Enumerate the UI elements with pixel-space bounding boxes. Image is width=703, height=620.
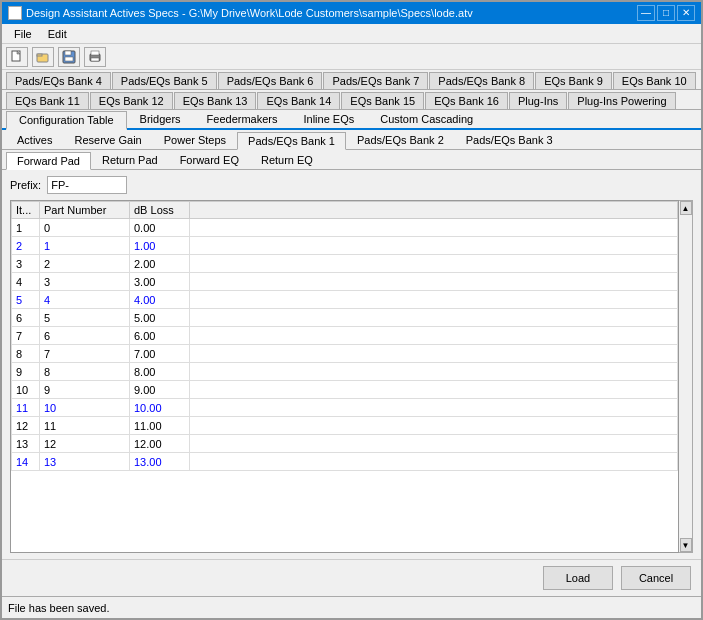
tab-eqs-bank-13[interactable]: EQs Bank 13: [174, 92, 257, 109]
table-row[interactable]: 544.00: [12, 291, 678, 309]
deepest-tab-forward-pad[interactable]: Forward Pad: [6, 152, 91, 170]
table-row[interactable]: 131212.00: [12, 435, 678, 453]
deepest-tab-return-pad[interactable]: Return Pad: [91, 151, 169, 169]
tab-pads-eqs-bank-7[interactable]: Pads/EQs Bank 7: [323, 72, 428, 89]
table-row[interactable]: 322.00: [12, 255, 678, 273]
close-button[interactable]: ✕: [677, 5, 695, 21]
col-header-rest: [190, 202, 678, 219]
table-row[interactable]: 141313.00: [12, 453, 678, 471]
cell-part: 13: [40, 453, 130, 471]
scroll-up-button[interactable]: ▲: [680, 201, 692, 215]
sub-tab-inline-eqs[interactable]: Inline EQs: [290, 110, 367, 128]
table-row[interactable]: 100.00: [12, 219, 678, 237]
inner-tab-pads-eqs-bank-3[interactable]: Pads/EQs Bank 3: [455, 131, 564, 149]
cell-part: 4: [40, 291, 130, 309]
tab-plug-ins[interactable]: Plug-Ins: [509, 92, 567, 109]
cell-part: 1: [40, 237, 130, 255]
menu-edit[interactable]: Edit: [40, 26, 75, 42]
tab-pads-eqs-bank-4[interactable]: Pads/EQs Bank 4: [6, 72, 111, 89]
bottom-bar: Load Cancel: [2, 559, 701, 596]
tab-eqs-bank-9[interactable]: EQs Bank 9: [535, 72, 612, 89]
cell-rest: [190, 273, 678, 291]
cell-db: 8.00: [130, 363, 190, 381]
table-row[interactable]: 211.00: [12, 237, 678, 255]
sub-tab-row: Configuration Table Bridgers Feedermaker…: [2, 110, 701, 130]
inner-tab-power-steps[interactable]: Power Steps: [153, 131, 237, 149]
svg-rect-8: [91, 51, 99, 55]
toolbar: [2, 44, 701, 70]
sub-tab-configuration-table[interactable]: Configuration Table: [6, 111, 127, 130]
cell-db: 10.00: [130, 399, 190, 417]
cell-part: 0: [40, 219, 130, 237]
table-row[interactable]: 121111.00: [12, 417, 678, 435]
table-scroll[interactable]: It... Part Number dB Loss 100.00211.0032…: [11, 201, 678, 552]
inner-tab-pads-eqs-bank-2[interactable]: Pads/EQs Bank 2: [346, 131, 455, 149]
tab-eqs-bank-14[interactable]: EQs Bank 14: [257, 92, 340, 109]
cell-rest: [190, 417, 678, 435]
deepest-tab-return-eq[interactable]: Return EQ: [250, 151, 324, 169]
load-button[interactable]: Load: [543, 566, 613, 590]
scroll-down-button[interactable]: ▼: [680, 538, 692, 552]
cell-idx: 14: [12, 453, 40, 471]
tab-eqs-bank-16[interactable]: EQs Bank 16: [425, 92, 508, 109]
scrollbar[interactable]: ▲ ▼: [679, 200, 693, 553]
prefix-input[interactable]: [47, 176, 127, 194]
cell-db: 3.00: [130, 273, 190, 291]
sub-tab-bridgers[interactable]: Bridgers: [127, 110, 194, 128]
cancel-button[interactable]: Cancel: [621, 566, 691, 590]
cell-part: 11: [40, 417, 130, 435]
cell-db: 12.00: [130, 435, 190, 453]
maximize-button[interactable]: □: [657, 5, 675, 21]
status-message: File has been saved.: [8, 602, 110, 614]
tab-pads-eqs-bank-6[interactable]: Pads/EQs Bank 6: [218, 72, 323, 89]
tab-eqs-bank-10[interactable]: EQs Bank 10: [613, 72, 696, 89]
minimize-button[interactable]: —: [637, 5, 655, 21]
table-row[interactable]: 877.00: [12, 345, 678, 363]
cell-idx: 5: [12, 291, 40, 309]
tab-eqs-bank-11[interactable]: EQs Bank 11: [6, 92, 89, 109]
cell-part: 8: [40, 363, 130, 381]
cell-part: 12: [40, 435, 130, 453]
table-row[interactable]: 655.00: [12, 309, 678, 327]
cell-idx: 3: [12, 255, 40, 273]
tab-eqs-bank-12[interactable]: EQs Bank 12: [90, 92, 173, 109]
cell-part: 9: [40, 381, 130, 399]
cell-idx: 4: [12, 273, 40, 291]
cell-rest: [190, 453, 678, 471]
new-button[interactable]: [6, 47, 28, 67]
table-row[interactable]: 433.00: [12, 273, 678, 291]
cell-idx: 2: [12, 237, 40, 255]
table-container: It... Part Number dB Loss 100.00211.0032…: [10, 200, 693, 553]
tab-pads-eqs-bank-8[interactable]: Pads/EQs Bank 8: [429, 72, 534, 89]
prefix-row: Prefix:: [10, 176, 693, 194]
cell-part: 5: [40, 309, 130, 327]
cell-db: 13.00: [130, 453, 190, 471]
table-row[interactable]: 766.00: [12, 327, 678, 345]
tab-pads-eqs-bank-5[interactable]: Pads/EQs Bank 5: [112, 72, 217, 89]
table-row[interactable]: 988.00: [12, 363, 678, 381]
inner-tab-pads-eqs-bank-1[interactable]: Pads/EQs Bank 1: [237, 132, 346, 150]
tab-plug-ins-powering[interactable]: Plug-Ins Powering: [568, 92, 675, 109]
cell-part: 10: [40, 399, 130, 417]
app-icon: [8, 6, 22, 20]
table-wrapper: It... Part Number dB Loss 100.00211.0032…: [10, 200, 679, 553]
cell-db: 2.00: [130, 255, 190, 273]
cell-db: 5.00: [130, 309, 190, 327]
open-button[interactable]: [32, 47, 54, 67]
deepest-tab-forward-eq[interactable]: Forward EQ: [169, 151, 250, 169]
inner-tab-reserve-gain[interactable]: Reserve Gain: [63, 131, 152, 149]
cell-db: 6.00: [130, 327, 190, 345]
tab-row-1: Pads/EQs Bank 4 Pads/EQs Bank 5 Pads/EQs…: [2, 70, 701, 90]
table-row[interactable]: 1099.00: [12, 381, 678, 399]
inner-tab-actives[interactable]: Actives: [6, 131, 63, 149]
menu-file[interactable]: File: [6, 26, 40, 42]
sub-tab-feedermakers[interactable]: Feedermakers: [194, 110, 291, 128]
table-row[interactable]: 111010.00: [12, 399, 678, 417]
cell-rest: [190, 219, 678, 237]
print-button[interactable]: [84, 47, 106, 67]
cell-db: 4.00: [130, 291, 190, 309]
sub-tab-custom-cascading[interactable]: Custom Cascading: [367, 110, 486, 128]
tab-eqs-bank-15[interactable]: EQs Bank 15: [341, 92, 424, 109]
save-button[interactable]: [58, 47, 80, 67]
cell-idx: 11: [12, 399, 40, 417]
